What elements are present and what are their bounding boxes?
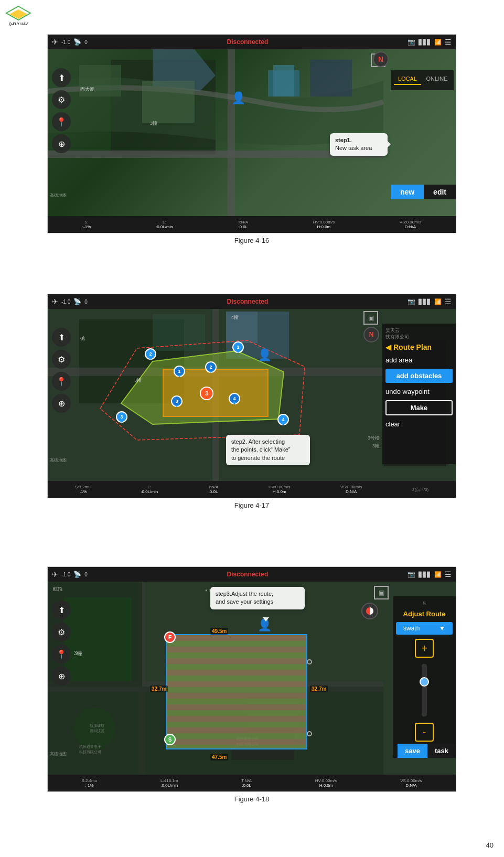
swath-button[interactable]: swath ▼ — [396, 622, 453, 635]
make-btn[interactable]: Make — [385, 400, 453, 415]
svg-rect-9 — [273, 65, 294, 97]
waypoint-circle-2 — [307, 731, 312, 736]
bottom-bar-fig2: S:3.2mu:-1% L::0.0L/min T:N/A:0.0L HV:0.… — [48, 481, 456, 498]
left-buttons-fig1[interactable]: ⬆ ⚙ 📍 ⊕ — [52, 68, 71, 153]
waypoint-2-inner: 2 — [205, 361, 217, 373]
signal-f2: ▊▊▊ — [419, 299, 431, 305]
measure-right: 32.7m — [310, 685, 328, 692]
upload-btn[interactable]: ⬆ — [52, 68, 71, 87]
measure-top: 49.5m — [210, 628, 228, 635]
minus-button[interactable]: - — [415, 723, 434, 742]
add-area-item[interactable]: add area — [385, 355, 453, 366]
upload-btn-f3[interactable]: ⬆ — [52, 601, 71, 619]
target-btn[interactable]: ⊕ — [52, 134, 71, 153]
square-icon-f3[interactable]: ▣ — [374, 586, 389, 599]
wifi-icon: 📶 — [434, 39, 442, 46]
signal-bars: ▊▊▊ — [419, 39, 431, 45]
waypoint-2-outer: 2 — [145, 348, 156, 360]
settings-btn-f2[interactable]: ⚙ — [52, 350, 71, 369]
map-label-f3-2: 3幢 — [74, 650, 82, 657]
tab-online[interactable]: ONLINE — [423, 73, 451, 85]
waypoint-4-outer: 4 — [277, 414, 289, 425]
menu-f3: ☰ — [445, 570, 452, 579]
tab-row-fig1: LOCAL ONLINE — [394, 73, 451, 85]
battery-f3: -1.0 — [61, 572, 70, 577]
map-area-fig3: 航拍 3幢 ● Capella 杭州有限公司科技有限公司 新加坡航州科技园 杭州… — [48, 582, 456, 775]
sat-count-f2: 0 — [84, 299, 88, 305]
company-label-f3-2: 新加坡航州科技园 — [90, 723, 104, 734]
waypoint-3-inner: 3 — [171, 395, 183, 407]
company-label-f3-3: 杭州通量电子科技有限公司 — [79, 744, 101, 755]
undo-waypoint-item[interactable]: undo waypoint — [385, 386, 453, 397]
figure-4-17-container: ✈ -1.0 📡 0 Disconnected 📷 ▊▊▊ 📶 ☰ — [47, 294, 456, 509]
waypoint-1-inner: 1 — [174, 366, 185, 377]
settings-btn-f3[interactable]: ⚙ — [52, 623, 71, 641]
map-label-f2-3: 4幢 — [231, 314, 239, 321]
camera-f3: 📷 — [408, 571, 415, 578]
target-btn-f3[interactable]: ⊕ — [52, 667, 71, 685]
camera-icon: 📷 — [408, 38, 415, 46]
connection-status: Disconnected — [227, 38, 269, 46]
flight-route-area — [166, 634, 307, 749]
drone-icon-f3: ✈ — [52, 570, 58, 579]
page-number: 40 — [486, 841, 494, 849]
save-task-buttons[interactable]: save task — [398, 744, 456, 758]
callout-step3-line1: step3.Adjust the route, — [216, 590, 299, 598]
signal-f3: ▊▊▊ — [419, 572, 431, 577]
adjust-route-panel: 杭 Adjust Route swath ▼ + - — [393, 596, 456, 758]
amap-watermark-fig1: 高德地图 — [50, 192, 67, 198]
upload-btn-f2[interactable]: ⬆ — [52, 328, 71, 347]
sat-icon-f3: 📡 — [73, 571, 81, 578]
map-label-f2-1: 抛 — [80, 335, 85, 342]
step3-callout: step3.Adjust the route, and save your se… — [210, 587, 305, 609]
caption-fig1: Figure 4-16 — [234, 237, 269, 244]
svg-rect-10 — [310, 60, 352, 97]
left-buttons-fig3[interactable]: ⬆ ⚙ 📍 ⊕ — [52, 601, 71, 685]
save-button[interactable]: save — [398, 744, 427, 758]
callout-arrow-down — [263, 617, 269, 622]
callout-step2-line1: step2. After selecting — [231, 438, 305, 446]
figure-4-16-container: ✈ -1.0 📡 0 Disconnected 📷 ▊▊▊ 📶 ☰ — [47, 34, 456, 244]
tab-local[interactable]: LOCAL — [394, 73, 421, 85]
status-bar-fig2: ✈ -1.0 📡 0 Disconnected 📷 ▊▊▊ 📶 ☰ — [48, 294, 456, 309]
edit-button[interactable]: edit — [424, 185, 456, 199]
svg-rect-7 — [142, 81, 195, 123]
plus-button[interactable]: + — [415, 639, 434, 658]
compass: N — [373, 51, 389, 67]
callout-step3-line2: and save your settings — [216, 598, 299, 606]
clear-item[interactable]: clear — [385, 419, 453, 430]
bottom-bar-fig3: S:2.4mu:-1% L:416.1m:0.0L/min T:N/A:0.0L… — [48, 775, 456, 791]
measure-bottom: 47.5m — [210, 754, 228, 760]
callout-line1: step1. — [335, 136, 382, 144]
screenshot-fig1: ✈ -1.0 📡 0 Disconnected 📷 ▊▊▊ 📶 ☰ — [47, 34, 456, 233]
task-button[interactable]: task — [427, 744, 456, 758]
sat-count-f3: 0 — [84, 572, 88, 577]
callout-step2-line3: to generate the route — [231, 454, 305, 462]
caption-fig3: Figure 4-18 — [234, 795, 269, 803]
map-label-f2-2: 3幢 — [134, 377, 142, 384]
logo-area: Q-FLY UAV — [5, 5, 31, 26]
left-buttons-fig2[interactable]: ⬆ ⚙ 📍 ⊕ — [52, 328, 71, 413]
menu-f2: ☰ — [445, 297, 452, 306]
slider-thumb[interactable] — [420, 677, 429, 687]
connection-status-f3: Disconnected — [227, 571, 269, 578]
step1-callout: step1. New task area — [330, 133, 388, 156]
map-area-fig2: 抛 3幢 4幢 3号楼 3幢 ⬆ ⚙ 📍 ⊕ ▣ N 1 2 — [48, 309, 456, 481]
svg-text:Q-FLY UAV: Q-FLY UAV — [9, 22, 28, 26]
settings-btn[interactable]: ⚙ — [52, 90, 71, 109]
svg-marker-1 — [9, 9, 27, 19]
map-label-f2-4: 3号楼 — [368, 435, 380, 442]
company-area-f2: ▣ — [363, 311, 378, 325]
screenshot-fig3: ✈ -1.0 📡 0 Disconnected 📷 ▊▊▊ 📶 ☰ — [47, 566, 456, 792]
add-obstacles-btn[interactable]: add obstacles — [385, 369, 453, 383]
location-btn-f2[interactable]: 📍 — [52, 372, 71, 391]
new-button[interactable]: new — [391, 185, 424, 199]
target-btn-f2[interactable]: ⊕ — [52, 394, 71, 413]
location-btn[interactable]: 📍 — [52, 112, 71, 131]
new-edit-buttons[interactable]: new edit — [391, 185, 456, 199]
start-marker-f3: F — [164, 631, 176, 643]
bottom-bar-fig1: S::-1% L::0.0L/min T:N/A:0.0L HV:0.00m/s… — [48, 216, 456, 233]
svg-rect-30 — [167, 635, 306, 748]
map-area-fig1: 固大厦 3幢 ⬆ ⚙ 📍 ⊕ ▣ N LOCAL ONLINE 👤 — [48, 49, 456, 216]
location-btn-f3[interactable]: 📍 — [52, 645, 71, 663]
